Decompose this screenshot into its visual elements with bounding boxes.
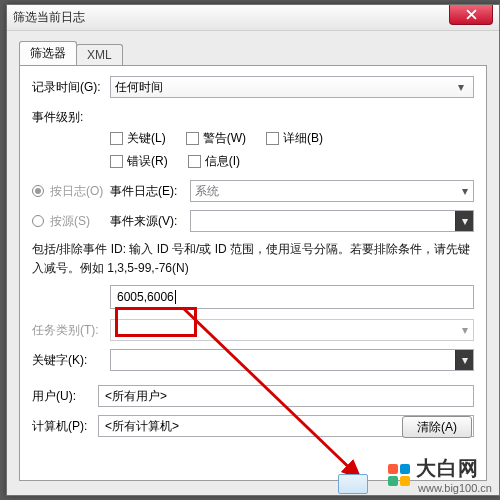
label-eventlog: 事件日志(E): [110,183,190,200]
user-value: <所有用户> [105,388,167,405]
computer-value: <所有计算机> [105,418,179,435]
row-task: 任务类别(T): ▾ [32,319,474,341]
check-critical[interactable]: 关键(L) [110,130,166,147]
watermark-text: 大白网 www.big100.cn [416,455,492,494]
dropdown-eventlog-value: 系统 [191,183,457,200]
id-help-text: 包括/排除事件 ID: 输入 ID 号和/或 ID 范围，使用逗号分隔。若要排除… [32,240,474,277]
dropdown-task: ▾ [110,319,474,341]
id-input-wrap: 6005,6006 [110,285,474,309]
close-button[interactable] [449,5,493,25]
chevron-down-icon: ▾ [453,80,469,94]
titlebar: 筛选当前日志 [7,5,499,31]
level-checks-2: 错误(R) 信息(I) [110,153,474,170]
row-time: 记录时间(G): 任何时间 ▾ [32,76,474,98]
radio-icon [32,215,44,227]
label-keyword: 关键字(K): [32,352,110,369]
tab-panel: 记录时间(G): 任何时间 ▾ 事件级别: 关键(L) 警告(W) 详细(B) … [19,65,487,481]
level-checks-1: 关键(L) 警告(W) 详细(B) [110,130,474,147]
label-computer: 计算机(P): [32,418,98,435]
tab-strip: 筛选器 XML [19,41,487,65]
dialog-window: 筛选当前日志 筛选器 XML 记录时间(G): 任何时间 ▾ 事件级别: 关键(… [6,4,500,496]
row-bysource: 按源(S) 事件来源(V): ▾ [32,210,474,232]
check-warning[interactable]: 警告(W) [186,130,246,147]
checkbox-icon [266,132,279,145]
radio-bylog[interactable]: 按日志(O) [32,183,110,200]
radio-bysource[interactable]: 按源(S) [32,213,110,230]
chevron-down-icon: ▾ [455,350,473,370]
close-icon [466,9,477,20]
row-bylog: 按日志(O) 事件日志(E): 系统 ▾ [32,180,474,202]
row-keyword: 关键字(K): ▾ [32,349,474,371]
user-input[interactable]: <所有用户> [98,385,474,407]
label-user: 用户(U): [32,388,98,405]
checkbox-icon [110,132,123,145]
checkbox-icon [110,155,123,168]
clear-button[interactable]: 清除(A) [402,416,472,438]
dropdown-eventsource[interactable]: ▾ [190,210,474,232]
row-user: 用户(U): <所有用户> [32,385,474,407]
chevron-down-icon: ▾ [457,184,473,198]
check-info[interactable]: 信息(I) [188,153,240,170]
dropdown-eventlog[interactable]: 系统 ▾ [190,180,474,202]
label-task: 任务类别(T): [32,322,110,339]
dropdown-keyword[interactable]: ▾ [110,349,474,371]
check-error[interactable]: 错误(R) [110,153,168,170]
event-id-value: 6005,6006 [117,290,174,304]
label-level: 事件级别: [32,109,110,126]
label-eventsource: 事件来源(V): [110,213,190,230]
check-verbose[interactable]: 详细(B) [266,130,323,147]
row-level: 事件级别: [32,106,474,128]
checkbox-icon [186,132,199,145]
ok-button-partial[interactable] [338,474,368,494]
chevron-down-icon: ▾ [455,211,473,231]
watermark: 大白网 www.big100.cn [388,455,492,494]
label-time: 记录时间(G): [32,79,110,96]
client-area: 筛选器 XML 记录时间(G): 任何时间 ▾ 事件级别: 关键(L) 警告(W… [7,31,499,491]
dropdown-time-value: 任何时间 [115,79,163,96]
watermark-logo-icon [388,464,410,486]
text-caret [175,290,176,304]
dropdown-time[interactable]: 任何时间 ▾ [110,76,474,98]
tab-filter[interactable]: 筛选器 [19,41,77,65]
chevron-down-icon: ▾ [457,323,473,337]
tab-xml[interactable]: XML [76,44,123,65]
checkbox-icon [188,155,201,168]
event-id-input[interactable]: 6005,6006 [110,285,474,309]
radio-icon [32,185,44,197]
window-title: 筛选当前日志 [13,9,85,26]
